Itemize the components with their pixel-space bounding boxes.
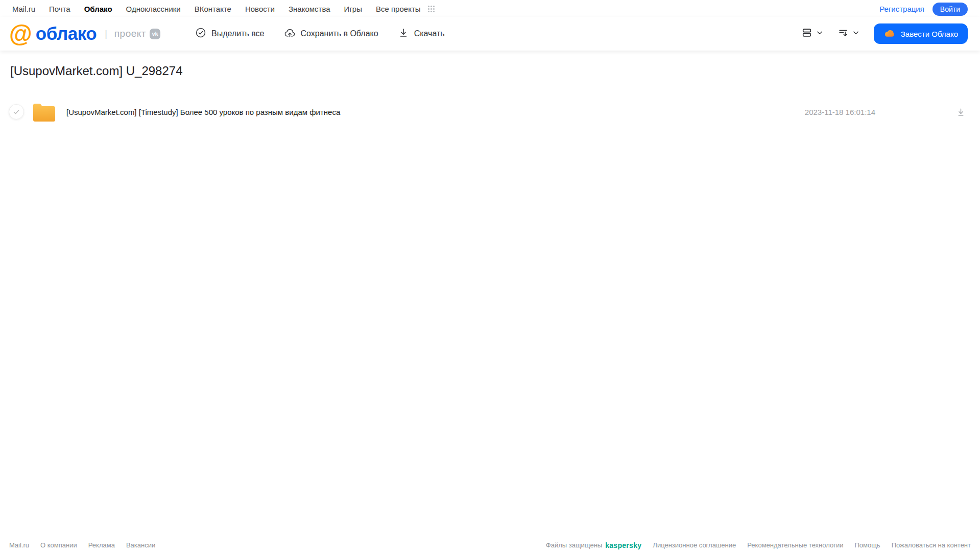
sort-icon xyxy=(838,27,849,40)
footer-link-report[interactable]: Пожаловаться на контент xyxy=(892,541,971,549)
checkmark-icon xyxy=(13,108,20,115)
protected-by-label: Файлы защищены xyxy=(546,541,602,549)
cloud-header: @ облако | проект vk Выделить все Сох xyxy=(0,17,980,51)
login-button[interactable]: Войти xyxy=(933,3,968,16)
header-controls: Завести Облако xyxy=(801,23,968,44)
select-all-button[interactable]: Выделить все xyxy=(195,27,264,40)
download-icon xyxy=(398,27,409,40)
file-row[interactable]: [UsupovMarket.com] [Timestudy] Более 500… xyxy=(0,100,980,124)
registration-link[interactable]: Регистрация xyxy=(879,5,924,13)
nav-item-znakomstva[interactable]: Знакомства xyxy=(289,5,330,13)
download-button[interactable]: Скачать xyxy=(398,27,445,40)
cloud-logo[interactable]: @ облако xyxy=(9,22,97,45)
footer-link-recommendations[interactable]: Рекомендательные технологии xyxy=(747,541,843,549)
get-cloud-button[interactable]: Завести Облако xyxy=(874,23,968,44)
nav-item-oblako[interactable]: Облако xyxy=(84,5,112,13)
footer-link-jobs[interactable]: Вакансии xyxy=(126,541,155,549)
portal-auth: Регистрация Войти xyxy=(879,3,968,16)
grid-dots-icon[interactable] xyxy=(427,5,435,13)
page-footer: Mail.ru О компании Реклама Вакансии Файл… xyxy=(0,539,980,551)
nav-item-mailru[interactable]: Mail.ru xyxy=(12,5,35,13)
mailru-at-icon: @ xyxy=(9,22,32,45)
footer-link-license[interactable]: Лицензионное соглашение xyxy=(653,541,736,549)
page-title: [UsupovMarket.com] U_298274 xyxy=(10,64,980,78)
file-name-link[interactable]: [UsupovMarket.com] [Timestudy] Более 500… xyxy=(66,108,340,116)
nav-item-pochta[interactable]: Почта xyxy=(49,5,70,13)
folder-icon xyxy=(32,103,55,122)
nav-item-vkontakte[interactable]: ВКонтакте xyxy=(195,5,231,13)
cloud-logo-text: облако xyxy=(36,23,97,44)
footer-link-ads[interactable]: Реклама xyxy=(88,541,115,549)
nav-item-igry[interactable]: Игры xyxy=(344,5,362,13)
cloud-icon xyxy=(883,28,896,39)
file-toolbar: Выделить все Сохранить в Облако Скачат xyxy=(195,27,445,41)
file-download-icon[interactable] xyxy=(956,107,966,117)
save-to-cloud-button[interactable]: Сохранить в Облако xyxy=(284,27,378,41)
vk-badge-icon: vk xyxy=(150,29,160,39)
list-view-icon xyxy=(801,27,812,40)
kaspersky-protection: Файлы защищены kaspersky xyxy=(546,541,642,549)
footer-link-mailru[interactable]: Mail.ru xyxy=(9,541,29,549)
footer-link-company[interactable]: О компании xyxy=(40,541,77,549)
chevron-down-icon xyxy=(852,29,859,38)
chevron-down-icon xyxy=(816,29,823,38)
select-all-label: Выделить все xyxy=(211,29,264,38)
save-to-cloud-label: Сохранить в Облако xyxy=(301,29,378,38)
project-label: проект xyxy=(114,28,146,39)
logo-divider: | xyxy=(105,29,107,39)
cloud-upload-icon xyxy=(284,27,296,41)
kaspersky-logo: kaspersky xyxy=(605,541,641,549)
portal-links: Mail.ru Почта Облако Одноклассники ВКонт… xyxy=(12,5,435,13)
file-checkbox[interactable] xyxy=(9,104,24,119)
footer-link-help[interactable]: Помощь xyxy=(854,541,880,549)
footer-left-links: Mail.ru О компании Реклама Вакансии xyxy=(9,541,155,549)
view-mode-control[interactable] xyxy=(801,27,823,40)
nav-item-novosti[interactable]: Новости xyxy=(245,5,275,13)
nav-item-odnoklassniki[interactable]: Одноклассники xyxy=(126,5,181,13)
download-label: Скачать xyxy=(414,29,445,38)
nav-item-all-projects[interactable]: Все проекты xyxy=(376,5,421,13)
content-area: [UsupovMarket.com] U_298274 [UsupovMarke… xyxy=(0,51,980,539)
sort-control[interactable] xyxy=(838,27,859,40)
footer-right-links: Файлы защищены kaspersky Лицензионное со… xyxy=(546,541,971,549)
file-date: 2023-11-18 16:01:14 xyxy=(805,108,875,116)
check-circle-icon xyxy=(195,27,206,40)
get-cloud-label: Завести Облако xyxy=(901,30,958,38)
portal-navbar: Mail.ru Почта Облако Одноклассники ВКонт… xyxy=(0,0,980,17)
